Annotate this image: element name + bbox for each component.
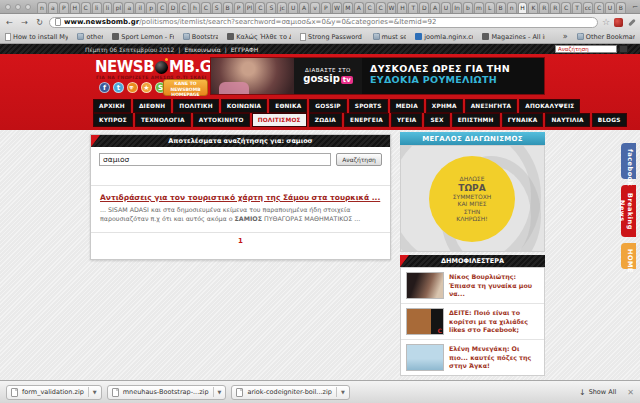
browser-tab[interactable]: C (365, 2, 375, 13)
browser-tab[interactable]: C (561, 2, 571, 13)
browser-tab[interactable]: H (70, 2, 80, 13)
browser-tab[interactable]: A (299, 2, 309, 13)
download-item[interactable]: mneuhaus-Bootstrap-...zip ▼ (107, 385, 227, 400)
browser-tab[interactable]: H (397, 2, 407, 13)
nav-menu-item[interactable]: ΤΕΧΝΟΛΟΓΙΑ (135, 113, 191, 127)
browser-tab[interactable]: W (387, 2, 397, 13)
browser-tab[interactable]: n (37, 2, 47, 13)
browser-tab[interactable]: M (343, 2, 353, 13)
nav-menu-item[interactable]: ΕΝΕΡΓΕΙΑ (344, 113, 389, 127)
results-search-input[interactable] (99, 153, 331, 166)
show-all-downloads-button[interactable]: ↓ Show All (579, 388, 616, 397)
pagination-page-1[interactable]: 1 (91, 232, 390, 245)
browser-tab[interactable]: B (496, 2, 506, 13)
browser-tab[interactable]: cc (583, 2, 593, 13)
nav-menu-item[interactable]: GOSSIP (309, 99, 346, 113)
bookmark-item[interactable]: must see (373, 33, 407, 41)
bookmark-item[interactable]: Sport Lemon - Fron (112, 33, 174, 41)
rss-icon[interactable]: ᯤ (127, 82, 138, 93)
browser-tab[interactable]: P (321, 2, 331, 13)
make-homepage-button[interactable]: ΚΑΝΕ ΤΟ NEWSBOMB HOMEPAGE (163, 79, 208, 96)
result-title-link[interactable]: Αντιδράσεις για τον τουριστικό χάρτη της… (100, 193, 381, 202)
popular-item[interactable]: Ελένη Μενεγάκη: Οι πιο... καυτές πόζες τ… (401, 340, 544, 375)
nav-menu-item[interactable]: ΧΡΗΜΑ (426, 99, 463, 113)
browser-tab[interactable]: H (518, 2, 528, 13)
browser-tab[interactable]: C (376, 2, 386, 13)
browser-tab[interactable]: B (223, 2, 233, 13)
bookmark-item[interactable]: Καλώς Ήλθε το Δελ (227, 33, 291, 41)
nav-menu-item[interactable]: ΓΥΝΑΙΚΑ (502, 113, 544, 127)
browser-tab[interactable]: U (441, 2, 451, 13)
side-tab[interactable]: HOME (621, 243, 636, 269)
browser-tab[interactable]: p (146, 2, 156, 13)
browser-tab[interactable]: P (59, 2, 69, 13)
browser-tab[interactable]: li (92, 2, 102, 13)
browser-tab[interactable]: C (81, 2, 91, 13)
browser-tab[interactable]: D (168, 2, 178, 13)
bookmarks-overflow-chevron[interactable]: » (563, 32, 568, 41)
browser-tab[interactable]: W (332, 2, 342, 13)
nav-menu-item[interactable]: MEDIA (390, 99, 424, 113)
reload-icon[interactable]: ↻ (34, 17, 45, 28)
browser-tab[interactable]: a (48, 2, 58, 13)
browser-tab[interactable]: T (572, 2, 582, 13)
contact-link[interactable]: Επικοινωνία (184, 46, 220, 53)
browser-tab[interactable]: jc (277, 2, 287, 13)
nav-menu-item[interactable]: SPORTS (349, 99, 388, 113)
browser-tab[interactable]: R (539, 2, 549, 13)
bookmark-star-icon[interactable]: ☆ (602, 17, 610, 27)
other-bookmarks-folder[interactable]: Other Bookmarks (577, 33, 635, 41)
wrench-menu-icon[interactable] (627, 18, 636, 27)
browser-tab[interactable]: a (124, 2, 134, 13)
browser-tab[interactable]: C (255, 2, 265, 13)
favorites-star-icon[interactable]: ★ (141, 82, 152, 93)
browser-tab[interactable]: R (550, 2, 560, 13)
browser-tab[interactable]: K (528, 2, 538, 13)
close-window-button[interactable] (5, 4, 11, 10)
download-caret-icon[interactable]: ▼ (213, 387, 222, 397)
browser-tab[interactable]: S (266, 2, 276, 13)
browser-tab[interactable]: il (135, 2, 145, 13)
zoom-window-button[interactable] (25, 4, 31, 10)
site-logo[interactable]: NEWSBMB.GR (95, 58, 223, 76)
bookmark-item[interactable]: How to install MySQ (5, 33, 68, 41)
nav-menu-item[interactable]: BLOGS (592, 113, 627, 127)
browser-tab[interactable]: In (452, 2, 462, 13)
browser-tab[interactable]: Pl (245, 2, 255, 13)
browser-tab[interactable]: A (430, 2, 440, 13)
nav-menu-item[interactable]: ΕΘΝΙΚΑ (269, 99, 307, 113)
browser-tab[interactable]: h (190, 2, 200, 13)
nav-menu-item[interactable]: ΑΡΧΙΚΗ (93, 99, 131, 113)
browser-tab[interactable]: C (201, 2, 211, 13)
browser-tab[interactable]: B (616, 2, 626, 13)
download-caret-icon[interactable]: ▼ (336, 387, 345, 397)
browser-tab[interactable]: S (212, 2, 222, 13)
nav-menu-item[interactable]: ΑΥΤΟΚΙΝΗΤΟ (193, 113, 250, 127)
browser-tab[interactable]: P (234, 2, 244, 13)
browser-tab[interactable]: v (310, 2, 320, 13)
browser-tab[interactable]: L (485, 2, 495, 13)
nav-menu-item[interactable]: ΑΠΟΚΑΛΥΨΕΙΣ (519, 99, 580, 113)
download-caret-icon[interactable]: ▼ (88, 387, 97, 397)
browser-tab[interactable]: C (157, 2, 167, 13)
twitter-icon[interactable]: t (113, 82, 124, 93)
omnibox[interactable]: www.newsbomb.gr/politismos/itemlist/sear… (49, 17, 598, 28)
new-tab-button[interactable]: ⌐ (632, 3, 638, 11)
browser-tab[interactable]: C (594, 2, 604, 13)
nav-menu-item[interactable]: ΥΓΕΙΑ (391, 113, 423, 127)
side-tab[interactable]: Breaking News (621, 185, 636, 237)
browser-tab[interactable]: U (288, 2, 298, 13)
nav-menu-item[interactable]: ΔΙΕΘΝΗ (133, 99, 171, 113)
nav-menu-item[interactable]: ΠΟΛΙΤΙΣΜΟΣ (252, 113, 307, 127)
nav-menu-item[interactable]: ΚΥΠΡΟΣ (93, 113, 133, 127)
popular-item[interactable]: Νίκος Βουρλιώτης: Έπιασα τη γυναίκα μου … (401, 268, 544, 304)
browser-tab[interactable]: pl (113, 2, 123, 13)
site-search-input[interactable] (555, 45, 617, 53)
close-downloads-icon[interactable]: ✕ (627, 388, 634, 397)
bookmark-item[interactable]: Bootstrap (183, 33, 218, 41)
browser-tab[interactable]: D (419, 2, 429, 13)
forward-icon[interactable]: → (19, 17, 30, 28)
popular-item[interactable]: ΔΕΙΤΕ: Ποιό είναι το κορίτσι με τα χιλιά… (401, 304, 544, 340)
browser-tab[interactable]: li (103, 2, 113, 13)
browser-tab[interactable]: T (408, 2, 418, 13)
